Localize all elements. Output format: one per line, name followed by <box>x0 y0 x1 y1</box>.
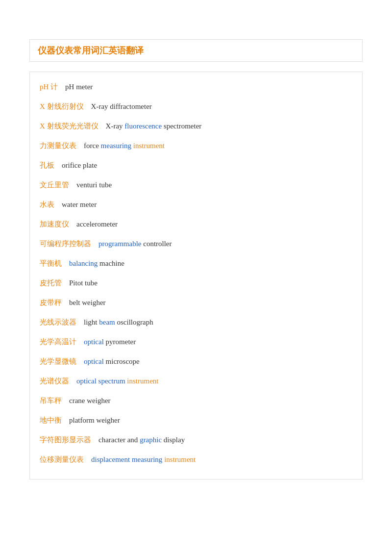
en-text: programmable <box>98 240 141 248</box>
en-text: water <box>62 201 78 208</box>
zh-text: 光谱仪器 <box>40 377 76 385</box>
en-text: instrument <box>127 377 158 385</box>
list-item: X 射线衍射仪 X-ray diffractometer <box>40 97 352 116</box>
en-text: microscope <box>106 357 140 365</box>
zh-text: 加速度仪 <box>40 220 76 228</box>
en-text: controller <box>143 240 172 248</box>
en-text: accelerometer <box>76 220 118 228</box>
en-text: pH <box>65 83 74 91</box>
list-item: 文丘里管 venturi tube <box>40 175 352 195</box>
content-box: pH 计 pH meterX 射线衍射仪 X-ray diffractomete… <box>29 72 363 479</box>
page-wrapper: 仪器仪表常用词汇英语翻译 pH 计 pH meterX 射线衍射仪 X-ray … <box>0 0 392 499</box>
en-text: displacement <box>91 455 130 463</box>
list-item: 光线示波器 light beam oscillograph <box>40 312 352 332</box>
list-item: 孔板 orifice plate <box>40 155 352 175</box>
zh-text: 光学高温计 <box>40 338 84 346</box>
list-item: 光学显微镜 optical microscope <box>40 352 352 371</box>
en-text: venturi <box>76 181 98 189</box>
zh-text: 平衡机 <box>40 259 69 267</box>
title-box: 仪器仪表常用词汇英语翻译 <box>29 39 363 62</box>
en-text: instrument <box>133 142 165 150</box>
list-item: 加速度仪 accelerometer <box>40 214 352 234</box>
list-item: 平衡机 balancing machine <box>40 253 352 273</box>
en-text: force <box>84 142 99 150</box>
en-text: tube <box>99 181 112 189</box>
list-item: 力测量仪表 force measuring instrument <box>40 136 352 155</box>
zh-text: X 射线衍射仪 <box>40 102 91 110</box>
list-item: 吊车秤 crane weigher <box>40 391 352 410</box>
en-text: crane <box>69 397 85 404</box>
en-text: Pitot <box>69 279 83 287</box>
en-text: platform <box>69 416 95 424</box>
zh-text: 地中衡 <box>40 416 69 424</box>
en-text: weigher <box>96 416 120 424</box>
en-text: X-ray <box>91 102 108 110</box>
en-text: spectrum <box>98 377 125 385</box>
zh-text: 吊车秤 <box>40 397 69 404</box>
list-item: 皮托管 Pitot tube <box>40 273 352 293</box>
en-text: measuring <box>132 455 162 463</box>
en-text: balancing <box>69 259 98 267</box>
zh-text: 字符图形显示器 <box>40 436 98 444</box>
en-text: light <box>84 318 98 326</box>
zh-text: 文丘里管 <box>40 181 76 189</box>
en-text: and <box>127 436 138 444</box>
list-item: 水表 water meter <box>40 195 352 214</box>
list-item: pH 计 pH meter <box>40 77 352 97</box>
en-text: pyrometer <box>106 338 136 346</box>
en-text: character <box>98 436 125 444</box>
zh-text: 位移测量仪表 <box>40 455 91 463</box>
en-text: spectrometer <box>164 122 201 130</box>
list-item: 可编程序控制器 programmable controller <box>40 234 352 253</box>
en-text: display <box>164 436 185 444</box>
en-text: weigher <box>87 397 110 404</box>
page-title: 仪器仪表常用词汇英语翻译 <box>38 46 144 55</box>
en-text: tube <box>85 279 98 287</box>
zh-text: 光线示波器 <box>40 318 84 326</box>
en-text: oscillograph <box>117 318 153 326</box>
en-text: plate <box>83 161 97 169</box>
zh-text: 力测量仪表 <box>40 142 84 150</box>
en-text: instrument <box>164 455 196 463</box>
en-text: graphic <box>140 436 162 444</box>
en-text: belt <box>69 299 80 306</box>
en-text: optical <box>84 338 104 346</box>
en-text: measuring <box>101 142 131 150</box>
list-item: 光学高温计 optical pyrometer <box>40 332 352 352</box>
list-item: 光谱仪器 optical spectrum instrument <box>40 371 352 391</box>
en-text: diffractometer <box>110 102 152 110</box>
en-text: orifice <box>62 161 81 169</box>
en-text: weigher <box>82 299 105 306</box>
list-item: 位移测量仪表 displacement measuring instrument <box>40 450 352 469</box>
en-text: fluorescence <box>124 122 162 130</box>
zh-text: 可编程序控制器 <box>40 240 98 248</box>
en-text: X-ray <box>106 122 123 130</box>
en-text: meter <box>80 201 97 208</box>
en-text: beam <box>99 318 115 326</box>
zh-text: 皮带秤 <box>40 299 69 306</box>
list-item: 字符图形显示器 character and graphic display <box>40 430 352 450</box>
zh-text: 光学显微镜 <box>40 357 84 365</box>
zh-text: 皮托管 <box>40 279 69 287</box>
zh-text: 水表 <box>40 201 62 208</box>
list-item: 地中衡 platform weigher <box>40 410 352 430</box>
zh-text: X 射线荧光光谱仪 <box>40 122 106 130</box>
zh-text: 孔板 <box>40 161 62 169</box>
en-text: optical <box>84 357 104 365</box>
en-text: optical <box>76 377 97 385</box>
zh-text: pH 计 <box>40 83 65 91</box>
en-text: meter <box>76 83 93 91</box>
en-text: machine <box>99 259 124 267</box>
list-item: X 射线荧光光谱仪 X-ray fluorescence spectromete… <box>40 116 352 136</box>
list-item: 皮带秤 belt weigher <box>40 293 352 312</box>
